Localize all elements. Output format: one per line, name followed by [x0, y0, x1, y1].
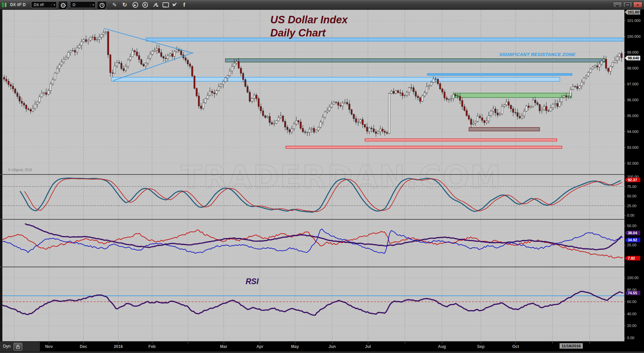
axis-tick: [624, 206, 626, 206]
lock-icon: [16, 345, 20, 349]
price-axis-label: 99.000: [627, 50, 639, 54]
stoch-red-tag: 92.37: [625, 178, 640, 182]
price-axis-label: 94.000: [627, 130, 639, 134]
date-axis-label: Jul: [365, 344, 371, 349]
axis-tick: [624, 338, 626, 338]
date-axis-label: Mar: [220, 344, 227, 349]
date-axis-tick: [49, 342, 49, 344]
date-axis-tick: [188, 342, 188, 344]
stoch-axis-label: 0.00: [627, 213, 634, 217]
axis-tick: [624, 245, 626, 245]
price-axis-label: 93.000: [627, 145, 639, 150]
maroon-zone-94-2: [469, 128, 540, 131]
axis-tick: [624, 326, 626, 326]
rsi-tag: 74.55: [625, 291, 640, 295]
last-date-tag: 11/18/2016: [560, 343, 583, 349]
price-axis-label: 95.000: [627, 114, 639, 118]
resistance-band-100: [146, 38, 623, 41]
rsi-axis-label: 40.00: [627, 312, 637, 316]
date-axis-tick: [224, 342, 224, 344]
date-axis-label: Dec: [80, 344, 87, 349]
date-axis-label: Nov: [45, 344, 53, 349]
dmi-axis-label: 25.00: [627, 243, 637, 247]
date-axis-tick: [14, 342, 15, 344]
rsi-axis-label: 100.00: [627, 276, 639, 280]
dmi-axis-label: 50.00: [627, 224, 637, 228]
date-axis-tick: [552, 342, 553, 344]
date-axis-tick: [260, 342, 260, 344]
date-axis-tick: [590, 342, 590, 344]
date-axis-tick: [118, 342, 119, 344]
axis-tick: [624, 52, 626, 53]
chart-title-annotation: US Dollar Index Daily Chart: [270, 13, 348, 39]
axis-tick: [624, 68, 626, 69]
date-axis-label: Apr: [256, 344, 264, 349]
price-axis-label: 97.000: [627, 82, 639, 86]
price-axis-label: 92.000: [627, 161, 639, 165]
maximize-button[interactable]: [623, 2, 632, 8]
axis-high-tag: 101.607: [625, 10, 640, 15]
axis-tick: [624, 147, 626, 148]
adx-tag: 38.04: [625, 230, 640, 235]
rsi-panel-label: RSI: [246, 277, 258, 286]
date-axis-tick: [152, 342, 152, 344]
axis-tick: [624, 215, 626, 216]
dyn-label: Dyn: [3, 344, 10, 349]
red-zone-93-5: [365, 139, 557, 141]
window-bottom-edge: [0, 351, 644, 353]
stoch-axis-label: 25.00: [627, 204, 637, 208]
dyn-corner: Dyn: [0, 342, 40, 351]
date-axis-tick: [405, 342, 405, 344]
date-axis-label: 2016: [114, 344, 123, 349]
price-axis[interactable]: 101.000100.00099.00098.00097.00096.00095…: [624, 10, 644, 342]
di-minus-tag: 7.82: [625, 256, 640, 261]
last-price-tag: 98.640: [625, 56, 640, 60]
date-axis-tick: [481, 342, 481, 344]
axis-tick: [624, 36, 626, 37]
price-axis-label: 100.000: [627, 34, 641, 38]
date-axis-tick: [368, 342, 368, 344]
price-axis-label: 96.000: [627, 98, 639, 102]
price-axis-label: 101.000: [627, 19, 641, 23]
close-button[interactable]: ×: [633, 2, 642, 8]
rsi-axis-label: 20.00: [627, 324, 637, 328]
axis-tick: [624, 132, 626, 132]
rsi-axis-label: 60.00: [627, 300, 637, 304]
date-axis-tick: [442, 342, 442, 344]
green-zone-96-3: [454, 93, 572, 98]
date-axis-tick: [516, 342, 516, 344]
axis-tick: [624, 84, 626, 84]
date-axis-tick: [295, 342, 295, 344]
date-axis-label: Aug: [438, 344, 446, 349]
axis-tick: [624, 226, 626, 226]
significant-resistance-zone: [225, 59, 605, 62]
axis-tick: [624, 100, 626, 100]
thin-blue-band-97-6: [427, 74, 572, 75]
date-axis-label: Feb: [148, 344, 155, 349]
esignal-window: DX #F D DX #F ▾ ▾ D ▾ ▾ ✎ ↻ ▶ A: [0, 0, 644, 353]
date-axis-label: Oct: [512, 344, 519, 349]
axis-lock-button[interactable]: [14, 343, 22, 351]
axis-tick: [624, 290, 626, 290]
axis-tick: [624, 196, 626, 196]
traderdan-watermark: TRADERDAN.COM: [181, 159, 502, 195]
stoch-axis-label: 50.00: [627, 194, 637, 198]
date-axis-tick: [332, 342, 332, 344]
date-axis-tick: [83, 342, 84, 344]
date-axis-label: May: [291, 344, 299, 349]
axis-tick: [624, 302, 626, 302]
di-plus-tag: 34.92: [625, 238, 640, 242]
axis-tick: [624, 187, 626, 187]
esignal-copyright: © eSignal, 2016: [8, 168, 32, 172]
axis-tick: [624, 314, 626, 314]
significant-resistance-label: SIGNIFICANT RESISTANCE ZONE: [487, 52, 575, 57]
axis-tick: [624, 21, 626, 21]
support-band-97-4: [112, 77, 560, 81]
stoch-axis-label: 75.00: [627, 185, 637, 189]
rsi-axis-label: 0.00: [627, 336, 634, 340]
date-axis-label: Jun: [328, 344, 336, 349]
axis-tick: [624, 278, 626, 278]
date-axis[interactable]: Dyn 11/18/2016 NovDec2016FebMarAprMayJun…: [0, 342, 644, 351]
red-zone-93-0: [286, 146, 562, 148]
axis-tick: [624, 116, 626, 116]
